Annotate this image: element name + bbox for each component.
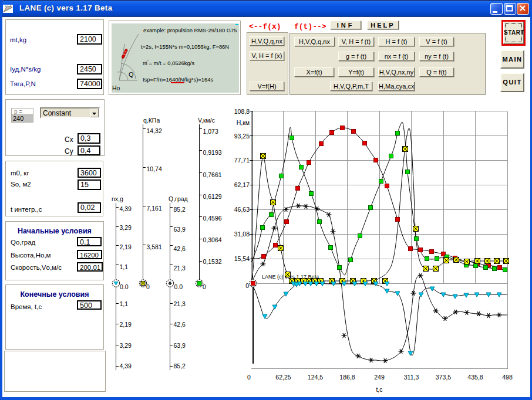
svg-text:435,8: 435,8 [467,374,483,381]
svg-text:0: 0 [203,283,206,290]
svg-text:Q,град: Q,град [169,195,188,202]
svg-text:42,6: 42,6 [174,321,186,328]
svg-text:0.0: 0.0 [174,283,183,290]
svg-text:62,17: 62,17 [234,181,250,188]
svg-text:nx,g: nx,g [112,195,123,202]
svg-text:0,6129: 0,6129 [203,193,222,200]
svg-text:14,32: 14,32 [147,127,162,134]
svg-text:1,073: 1,073 [203,128,218,135]
svg-text:63,9: 63,9 [174,342,186,349]
svg-text:t=2s, I=155N*s m=0,1056kg, F=8: t=2s, I=155N*s m=0,1056kg, F=86N [141,43,229,50]
svg-text:0,7661: 0,7661 [203,171,222,178]
svg-text:example: propulsion RMS-29/180: example: propulsion RMS-29/180 G75 [143,27,237,33]
svg-text:q,КПа: q,КПа [143,117,160,124]
svg-text:85,2: 85,2 [174,362,186,370]
svg-text:77,71: 77,71 [234,157,250,164]
svg-text:249: 249 [374,374,385,381]
svg-text:62,25: 62,25 [275,374,291,381]
svg-text:3,581: 3,581 [147,243,162,250]
svg-text:46,63: 46,63 [234,206,250,213]
svg-text:498: 498 [502,374,513,381]
svg-text:V,км/с: V,км/с [198,117,215,124]
svg-text:Q: Q [129,71,134,78]
svg-text:124,5: 124,5 [308,374,323,381]
svg-text:0: 0 [245,282,249,289]
svg-text:31,08: 31,08 [234,230,250,238]
svg-text:4,39: 4,39 [120,362,132,370]
svg-text:2,19: 2,19 [120,243,132,250]
svg-text:85,2: 85,2 [174,206,186,213]
svg-text:H,км: H,км [237,119,250,126]
svg-text:21,3: 21,3 [174,300,186,307]
svg-text:1,1: 1,1 [120,300,129,307]
svg-text:4,39: 4,39 [120,205,132,212]
svg-text:0.0: 0.0 [120,283,129,290]
svg-text:311,3: 311,3 [404,374,419,381]
svg-text:10,74: 10,74 [147,165,162,172]
svg-text:186,8: 186,8 [339,374,355,381]
svg-text:Isp=F/m=1640(N/kg*s)=164s: Isp=F/m=1640(N/kg*s)=164s [143,76,213,83]
svg-text:Ho: Ho [112,84,120,91]
svg-text:0,3064: 0,3064 [203,236,222,243]
svg-text:0: 0 [146,283,150,290]
svg-text:2,19: 2,19 [120,321,132,328]
svg-text:t,c: t,c [376,386,382,393]
svg-text:108,8: 108,8 [234,108,250,115]
svg-text:42,6: 42,6 [174,245,186,252]
svg-text:3,29: 3,29 [120,342,132,349]
svg-text:0,9193: 0,9193 [203,149,222,156]
svg-text:3,29: 3,29 [120,224,132,231]
svg-text:LANE (c) vers 1.17 Beta: LANE (c) vers 1.17 Beta [262,274,319,280]
svg-text:0: 0 [247,374,251,381]
svg-text:0,4596: 0,4596 [203,215,222,222]
svg-text:63,9: 63,9 [174,226,186,233]
svg-text:15,54: 15,54 [234,255,250,262]
svg-text:93,25: 93,25 [234,133,250,140]
svg-text:7,161: 7,161 [147,205,162,212]
svg-text:1,1: 1,1 [120,263,129,270]
svg-text:373,5: 373,5 [436,374,451,381]
svg-text:0,1532: 0,1532 [203,258,222,265]
svg-text:21,3: 21,3 [174,265,186,272]
svg-text:m = m/t = 0,0526kg/s: m = m/t = 0,0526kg/s [143,60,194,66]
